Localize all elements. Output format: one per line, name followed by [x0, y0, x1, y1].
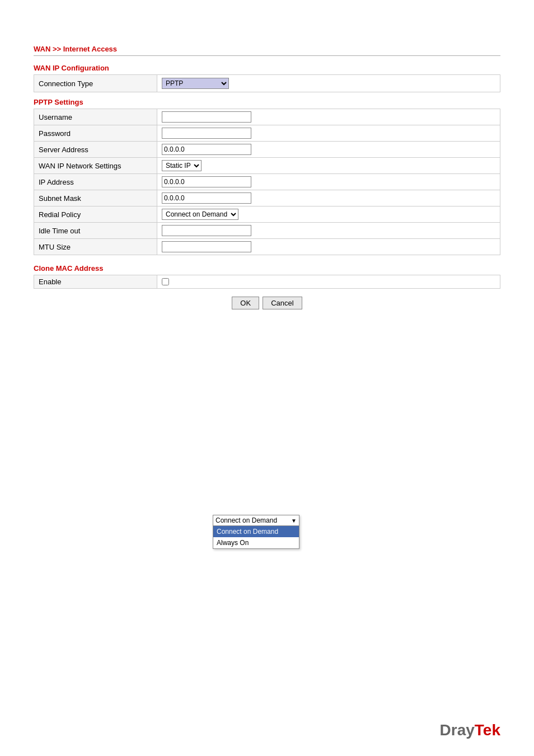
idle-timeout-cell — [157, 223, 500, 239]
enable-checkbox[interactable] — [162, 278, 169, 285]
wan-ip-config-title: WAN IP Configuration — [34, 64, 500, 72]
username-row: Username — [34, 109, 500, 125]
dropdown-popup: Connect on Demand ▼ Connect on Demand Al… — [213, 515, 299, 549]
draytek-logo: DrayTek — [440, 721, 500, 739]
dropdown-popup-container: Connect on Demand ▼ Connect on Demand Al… — [213, 515, 299, 549]
subnet-mask-row: Subnet Mask — [34, 190, 500, 206]
mtu-size-input[interactable] — [162, 241, 251, 252]
server-address-input[interactable] — [162, 144, 251, 155]
breadcrumb: WAN >> Internet Access — [34, 45, 500, 53]
ip-address-input[interactable] — [162, 176, 251, 187]
enable-label: Enable — [34, 275, 157, 289]
wan-ip-network-row: WAN IP Network Settings Static IP DHCP — [34, 158, 500, 174]
ip-address-cell — [157, 174, 500, 190]
wan-ip-network-select[interactable]: Static IP DHCP — [162, 160, 202, 171]
subnet-mask-cell — [157, 190, 500, 206]
pptp-settings-title: PPTP Settings — [34, 98, 500, 106]
clone-mac-table: Enable — [34, 275, 500, 289]
logo-dray: Dray — [440, 721, 475, 739]
ok-button[interactable]: OK — [232, 297, 259, 309]
idle-timeout-label: Idle Time out — [34, 223, 157, 239]
logo-tek: Tek — [475, 721, 500, 739]
username-input[interactable] — [162, 111, 251, 123]
server-address-label: Server Address — [34, 142, 157, 158]
dropdown-popup-header: Connect on Demand ▼ — [213, 515, 299, 526]
enable-row: Enable — [34, 275, 500, 289]
dropdown-popup-selected-label: Connect on Demand — [216, 516, 291, 524]
connection-type-select[interactable]: PPTP PPPoE Static IP DHCP — [162, 78, 229, 89]
password-input[interactable] — [162, 128, 251, 139]
button-row: OK Cancel — [34, 297, 500, 309]
dropdown-item-always-on[interactable]: Always On — [213, 537, 299, 548]
subnet-mask-label: Subnet Mask — [34, 190, 157, 206]
username-cell — [157, 109, 500, 125]
wan-ip-network-cell: Static IP DHCP — [157, 158, 500, 174]
enable-cell — [157, 275, 500, 289]
wan-ip-network-label: WAN IP Network Settings — [34, 158, 157, 174]
ip-address-label: IP Address — [34, 174, 157, 190]
dropdown-arrow-icon: ▼ — [291, 518, 297, 524]
clone-mac-title: Clone MAC Address — [34, 264, 500, 273]
password-row: Password — [34, 125, 500, 142]
section-divider — [34, 55, 500, 56]
ip-address-row: IP Address — [34, 174, 500, 190]
dropdown-item-connect-on-demand[interactable]: Connect on Demand — [213, 526, 299, 537]
password-label: Password — [34, 125, 157, 142]
redial-policy-row: Redial Policy Connect on Demand Always O… — [34, 206, 500, 223]
connection-type-row: Connection Type PPTP PPPoE Static IP DHC… — [34, 75, 500, 92]
redial-policy-label: Redial Policy — [34, 206, 157, 223]
pptp-settings-table: Username Password Server Address WAN IP … — [34, 109, 500, 255]
mtu-size-label: MTU Size — [34, 239, 157, 255]
enable-checkbox-container — [162, 278, 495, 285]
subnet-mask-input[interactable] — [162, 192, 251, 204]
redial-policy-select[interactable]: Connect on Demand Always On — [162, 209, 238, 220]
connection-type-table: Connection Type PPTP PPPoE Static IP DHC… — [34, 74, 500, 92]
username-label: Username — [34, 109, 157, 125]
mtu-size-row: MTU Size — [34, 239, 500, 255]
redial-policy-cell: Connect on Demand Always On — [157, 206, 500, 223]
connection-type-cell: PPTP PPPoE Static IP DHCP — [157, 75, 500, 92]
cancel-button[interactable]: Cancel — [263, 297, 302, 309]
password-cell — [157, 125, 500, 142]
server-address-row: Server Address — [34, 142, 500, 158]
connection-type-label: Connection Type — [34, 75, 157, 92]
idle-timeout-input[interactable] — [162, 225, 251, 236]
idle-timeout-row: Idle Time out — [34, 223, 500, 239]
mtu-size-cell — [157, 239, 500, 255]
server-address-cell — [157, 142, 500, 158]
